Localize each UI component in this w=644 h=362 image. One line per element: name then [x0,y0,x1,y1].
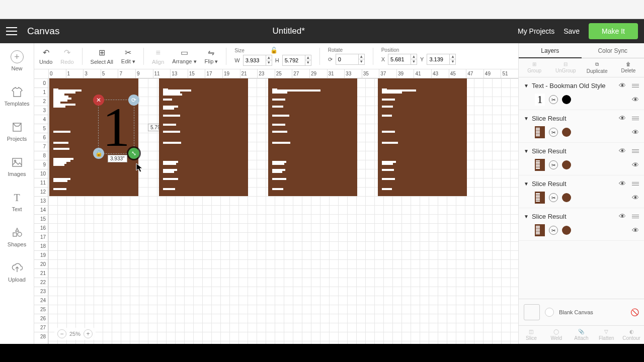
eye-icon[interactable]: 👁 [632,226,639,234]
slice-button[interactable]: ◫Slice [519,326,544,344]
left-rail: +New Templates Projects Images TText Sha… [0,43,34,344]
drag-icon[interactable] [632,182,639,186]
ungroup-icon: ⊟ [564,61,568,67]
images-button[interactable]: Images [0,149,34,184]
lock-handle[interactable]: 🔓 [93,148,104,159]
arrange-button[interactable]: ▭Arrange ▾ [172,47,196,65]
zoom-in-button[interactable]: + [84,329,93,338]
disclosure-icon[interactable]: ▼ [524,116,529,121]
slice-object-3[interactable] [268,78,357,196]
layer-group[interactable]: ▼Slice Result👁 ✂👁 [519,143,644,175]
visibility-off-icon[interactable]: 🚫 [630,308,639,316]
eye-icon[interactable]: 👁 [619,212,626,220]
layer-thumb [535,192,545,204]
layer-group[interactable]: ▼Slice Result👁 ✂👁 [519,175,644,208]
eye-icon[interactable]: 👁 [632,128,639,136]
drag-icon[interactable] [632,84,639,87]
zoom-out-button[interactable]: − [57,329,66,338]
attach-button[interactable]: 📎Attach [569,326,594,344]
color-swatch[interactable] [562,128,571,137]
eye-icon[interactable]: 👁 [619,147,626,155]
flatten-icon: ▽ [604,329,608,334]
lock-icon[interactable]: 🔓 [270,47,278,54]
eye-icon[interactable]: 👁 [632,194,639,202]
templates-button[interactable]: Templates [0,78,34,114]
scale-handle[interactable]: ⤡ [128,148,139,159]
width-spinner[interactable]: ▲▼ [266,55,272,66]
save-link[interactable]: Save [564,27,580,35]
rotate-spinner[interactable]: ▲▼ [359,54,365,65]
drag-icon[interactable] [632,149,639,153]
y-spinner[interactable]: ▲▼ [450,54,456,65]
eye-icon[interactable]: 👁 [632,96,639,104]
make-it-button[interactable]: Make It [589,23,638,39]
color-swatch[interactable] [562,160,571,169]
scissors-icon: ✂ [549,193,558,202]
x-input[interactable] [388,54,411,65]
rotate-handle[interactable]: ⟳ [128,95,139,106]
disclosure-icon[interactable]: ▼ [524,148,529,154]
redo-icon: ↷ [62,48,72,58]
shapes-button[interactable]: Shapes [0,219,34,254]
group-button[interactable]: ⊞Group [519,58,550,77]
edit-icon: ✂ [123,47,133,57]
selection-box[interactable]: 1 ✕ ⟳ 🔓 ⤡ 3.933" [98,100,134,154]
flatten-button[interactable]: ▽Flatten [594,326,619,344]
slice-object-1[interactable]: 1 ✕ ⟳ 🔓 ⤡ 3.933" [49,78,138,196]
layer-thumb: 1 [535,94,545,106]
layer-thumb [535,224,545,236]
drag-icon[interactable] [632,215,639,218]
canvas-grid[interactable]: 1 ✕ ⟳ 🔓 ⤡ 3.933" 5.792" [48,78,518,344]
contour-button[interactable]: ◐Contour [619,326,644,344]
color-swatch[interactable] [562,95,571,104]
height-spinner[interactable]: ▲▼ [305,55,311,66]
layer-group[interactable]: ▼Slice Result👁 ✂👁 [519,208,644,241]
drag-icon[interactable] [632,117,639,120]
disclosure-icon[interactable]: ▼ [524,181,529,187]
ungroup-button[interactable]: ⊟UnGroup [550,58,581,77]
y-input[interactable] [427,54,450,65]
tab-colorsync[interactable]: Color Sync [582,43,645,58]
right-panel: Layers Color Sync ⊞Group ⊟UnGroup ⧉Dupli… [518,43,644,344]
delete-button[interactable]: 🗑Delete [613,58,644,77]
text-button[interactable]: TText [0,184,34,219]
align-button[interactable]: ≡Align [152,48,164,65]
undo-button[interactable]: ↶Undo [39,48,52,65]
width-input[interactable] [243,55,266,66]
edit-button[interactable]: ✂Edit ▾ [121,47,135,65]
weld-button[interactable]: ◯Weld [544,326,569,344]
redo-button[interactable]: ↷Redo [60,48,73,65]
text-object[interactable]: 1 [99,100,134,154]
disclosure-icon[interactable]: ▼ [524,214,529,219]
eye-icon[interactable]: 👁 [632,161,639,169]
eye-icon[interactable]: 👁 [619,179,626,188]
x-spinner[interactable]: ▲▼ [411,54,417,65]
blank-canvas-row[interactable]: Blank Canvas 🚫 [519,299,644,325]
layer-title: Text - Bookman Old Style [532,82,606,89]
layer-group[interactable]: ▼Text - Bookman Old Style👁 1✂👁 [519,77,644,110]
layer-group[interactable]: ▼Slice Result👁 ✂👁 [519,110,644,143]
color-swatch[interactable] [562,193,571,202]
my-projects-link[interactable]: My Projects [518,27,554,35]
eye-icon[interactable]: 👁 [619,81,626,89]
upload-button[interactable]: Upload [0,254,34,290]
rotate-input[interactable] [336,54,359,65]
canvas[interactable]: 0135791113151719212325272931333537394143… [34,69,518,344]
layer-title: Slice Result [532,180,567,188]
tab-layers[interactable]: Layers [519,43,582,58]
duplicate-button[interactable]: ⧉Duplicate [582,58,613,77]
disclosure-icon[interactable]: ▼ [524,83,529,88]
menu-icon[interactable] [6,27,17,35]
select-all-button[interactable]: ⊞Select All [91,48,113,65]
text-icon: T [11,191,24,204]
eye-icon[interactable]: 👁 [619,114,626,122]
attach-icon: 📎 [578,329,584,334]
slice-object-4[interactable] [378,78,467,196]
delete-handle[interactable]: ✕ [93,95,104,106]
flip-button[interactable]: ⇋Flip ▾ [205,47,218,65]
slice-object-2[interactable] [159,78,248,196]
color-swatch[interactable] [562,226,571,235]
projects-button[interactable]: Projects [0,114,34,149]
height-input[interactable] [282,55,305,66]
new-button[interactable]: +New [0,43,34,78]
